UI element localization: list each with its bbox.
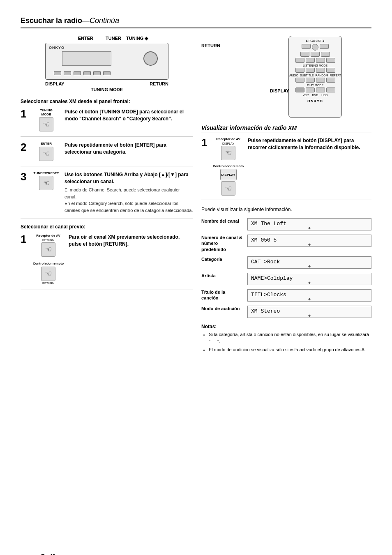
remote-btn-dvd xyxy=(316,88,325,92)
info-section: Nombre del canal XM The Loft Número de c… xyxy=(201,218,371,318)
remote-btn-random xyxy=(316,78,325,83)
remote-btn-fwd xyxy=(306,58,315,63)
step-prev-1-title: Para oír el canal XM previamente selecci… xyxy=(69,234,193,248)
remote-btn-lm1 xyxy=(295,68,304,73)
receptor-av-label: Receptor de AV xyxy=(36,234,60,238)
step-2: 2 ENTER ☜ Pulse repetidamente el botón [… xyxy=(21,142,193,166)
xm-receptor-label: Receptor de AV xyxy=(216,137,240,141)
step-2-content: Pulse repetidamente el botón [ENTER] par… xyxy=(65,142,193,157)
xm-step-1-content: Pulse repetidamente el botón [DISPLAY] p… xyxy=(248,137,371,196)
audio-label: AUDIO xyxy=(289,74,298,77)
step-1-title: Pulse el botón [TUNING MODE] para selecc… xyxy=(65,108,193,122)
step-3-hand-icon: ☜ xyxy=(39,176,53,190)
remote-btn-setup xyxy=(320,44,329,49)
hdd-label: HDD xyxy=(321,94,327,97)
step-2-number: 2 xyxy=(21,142,28,152)
remote-onkyo-label: ONKYO xyxy=(291,99,339,103)
subtitle-label: SUBTITLE xyxy=(300,74,314,77)
step-2-title: Pulse repetidamente el botón [ENTER] par… xyxy=(65,142,193,156)
remote-btn-rwd xyxy=(326,58,335,63)
info-row-channel-number: Número de canal & número predefinido XM … xyxy=(201,235,371,252)
remote-btn-hdd xyxy=(326,88,335,92)
controlador-remoto-label: Controlador remoto xyxy=(33,262,64,266)
xm-step-1-icon: Receptor de AV DISPLAY ☜ Controlador rem… xyxy=(213,137,244,196)
page-number: Es-42 xyxy=(41,553,55,555)
prev-channel-header: Seleccionar el canal previo: xyxy=(21,224,193,230)
remote-btn-return xyxy=(302,44,311,49)
remote-row-display xyxy=(291,88,339,92)
step-1-number: 1 xyxy=(21,108,28,119)
device-labels-bottom: DISPLAY RETURN xyxy=(45,81,168,86)
play-mode-label: PLAY MODE xyxy=(291,84,339,87)
xm-display-device-icon: DISPLAY xyxy=(220,169,237,180)
step-1-content: Pulse el botón [TUNING MODE] para selecc… xyxy=(65,108,193,124)
remote-btn-circle xyxy=(312,44,318,51)
xm-step-hand-1: ☜ xyxy=(221,146,235,160)
return-btn-label: RETURN xyxy=(42,239,54,242)
left-column: ENTER TUNER TUNING ◆ ONKYO xyxy=(21,36,193,355)
note-1: Si la categoría, artista o cancion no es… xyxy=(209,331,371,345)
display-nombre-canal: XM The Loft xyxy=(247,218,371,230)
remote-btn-display1 xyxy=(295,88,304,92)
device-btn-6 xyxy=(103,71,111,75)
step-3-content: Use los botones TUNING Arriba y Abajo [▲… xyxy=(65,171,193,214)
label-numero-canal: Número de canal & número predefinido xyxy=(201,235,242,252)
step-prev-1-icon: Receptor de AV RETURN ☜ Controlador remo… xyxy=(33,234,64,284)
asrr-labels: AUDIO SUBTITLE RANDOM REPEAT xyxy=(291,74,339,77)
xm-section-title: Visualizar información de radio XM xyxy=(201,124,371,133)
label-artista: Artista xyxy=(201,273,242,279)
device-buttons-row xyxy=(54,71,111,75)
step-prev-1-number: 1 xyxy=(21,234,28,244)
info-row-artista: Artista NAME>Coldplay xyxy=(201,273,371,285)
display-artista: NAME>Coldplay xyxy=(247,273,371,285)
remote-btn-lm3 xyxy=(316,68,325,73)
remote-row-1 xyxy=(291,44,339,51)
remote-row-4 xyxy=(291,68,339,73)
return-btn-label-2: RETURN xyxy=(42,282,54,285)
note-2: El modo de audición se visualiza sólo si… xyxy=(209,346,371,353)
remote-btn-lm2 xyxy=(306,68,315,73)
step-3-number: 3 xyxy=(21,171,28,182)
remote-row-2 xyxy=(291,52,339,57)
title-main: Escuchar la radio xyxy=(21,16,82,25)
notes-list: Si la categoría, artista o cancion no es… xyxy=(201,331,371,353)
device-btn-1 xyxy=(54,71,61,75)
display-titulo: TITL>Clocks xyxy=(247,289,371,302)
step-2-hand-icon: ☜ xyxy=(39,147,53,161)
step-1-device-label: TUNINGMODE xyxy=(40,108,53,116)
xm-display-btn-label: DISPLAY xyxy=(222,142,234,145)
repeat-label: REPEAT xyxy=(330,74,341,77)
display-label-left: DISPLAY xyxy=(270,88,289,93)
info-intro: Puede visualizar la siguiente informació… xyxy=(201,207,371,212)
remote-body: ►PLAYLIST◄ xyxy=(288,36,342,118)
device-btn-2 xyxy=(64,71,71,75)
info-row-titulo: Título de la canción TITL>Clocks xyxy=(201,289,371,302)
enter-label: ENTER xyxy=(78,36,93,41)
xm-controlador-label: Controlador remoto xyxy=(213,164,244,168)
remote-btn-ffwd xyxy=(316,58,325,63)
remote-row-3 xyxy=(291,58,339,63)
page-title: Escuchar la radio—Continúa xyxy=(21,16,371,28)
step-3-text: El modo de Channel Search, puede selecci… xyxy=(65,187,193,214)
remote-diagram: RETURN ►PLAYLIST◄ xyxy=(201,36,371,118)
return-label-bottom: RETURN xyxy=(150,81,168,86)
xm-step-1-number: 1 xyxy=(201,137,209,196)
device-labels-top: ENTER TUNER TUNING ◆ xyxy=(66,36,148,41)
remote-btn-audio xyxy=(295,78,304,83)
device-btn-5 xyxy=(93,71,101,75)
device-image: ONKYO xyxy=(45,43,168,80)
step-3-icon: TUNER/PRESET ☜ xyxy=(33,171,60,191)
info-row-channel-name: Nombre del canal XM The Loft xyxy=(201,218,371,230)
step-3: 3 TUNER/PRESET ☜ Use los botones TUNING … xyxy=(21,171,193,219)
info-row-modo: Modo de audición XM Stereo xyxy=(201,306,371,318)
label-categoria: Categoría xyxy=(201,256,242,262)
step-prev-1-content: Para oír el canal XM previamente selecci… xyxy=(69,234,193,249)
display-row-container: DISPLAY VCR DVD HDD xyxy=(291,88,339,97)
notes-section: Notas: Si la categoría, artista o cancio… xyxy=(201,324,371,353)
device-display-screen xyxy=(62,51,111,66)
xm-step-1-title: Pulse repetidamente el botón [DISPLAY] p… xyxy=(248,137,371,151)
device-diagram: ENTER TUNER TUNING ◆ ONKYO xyxy=(21,36,193,92)
tuner-label: TUNER TUNING ◆ xyxy=(106,36,148,41)
remote-btn-pause xyxy=(300,52,309,57)
step-prev-1: 1 Receptor de AV RETURN ☜ Controlador re… xyxy=(21,234,193,290)
